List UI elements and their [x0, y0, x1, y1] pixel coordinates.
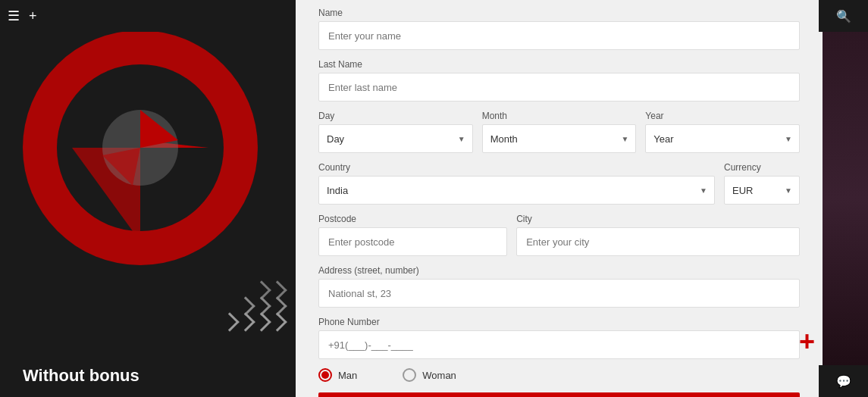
- address-field-group: Address (street, number): [318, 265, 800, 308]
- menu-icon[interactable]: ☰: [8, 8, 20, 24]
- address-label: Address (street, number): [318, 265, 800, 276]
- country-label: Country: [318, 162, 715, 173]
- brand-logo: [15, 23, 265, 273]
- name-label: Name: [318, 8, 800, 18]
- right-image-panel: [819, 0, 868, 397]
- year-select[interactable]: Year 200520001995199019851980: [645, 124, 800, 153]
- address-input[interactable]: [318, 279, 800, 308]
- gender-man-label: Man: [338, 370, 357, 381]
- postcode-label: Postcode: [318, 214, 507, 224]
- gender-row: Man Woman: [318, 368, 800, 382]
- currency-label: Currency: [724, 162, 800, 173]
- create-account-button[interactable]: Create Account: [318, 392, 800, 397]
- name-field-group: Name: [318, 8, 800, 50]
- name-input[interactable]: [318, 21, 800, 50]
- gender-woman-option[interactable]: Woman: [403, 368, 456, 382]
- day-group: Day Day 12345 1015202531 ▼: [318, 111, 473, 153]
- month-group: Month Month JanuaryFebruaryMarchApril Ma…: [482, 111, 637, 153]
- postcode-input[interactable]: [318, 227, 507, 256]
- top-nav-right: 🔍: [819, 0, 868, 32]
- chat-widget[interactable]: 💬: [819, 365, 868, 397]
- last-name-field-group: Last Name: [318, 59, 800, 102]
- country-group: Country India United States United Kingd…: [318, 162, 715, 205]
- tagline-text: Without bonus: [23, 366, 139, 386]
- registration-form: Name Last Name Day Day 12345 1015202531 …: [296, 0, 823, 397]
- day-label: Day: [318, 111, 473, 121]
- last-name-label: Last Name: [318, 59, 800, 70]
- last-name-input[interactable]: [318, 73, 800, 102]
- currency-group: Currency EUR USD GBP INR ▼: [724, 162, 800, 205]
- chevron-decoration: [223, 283, 284, 329]
- month-label: Month: [482, 111, 637, 121]
- city-input[interactable]: [516, 227, 800, 256]
- postcode-group: Postcode: [318, 214, 507, 256]
- left-background: Without bonus: [0, 0, 296, 397]
- phone-input[interactable]: [318, 330, 800, 359]
- country-select[interactable]: India United States United Kingdom Germa…: [318, 176, 715, 205]
- day-select[interactable]: Day 12345 1015202531: [318, 124, 473, 153]
- nav-plus-icon[interactable]: +: [29, 8, 37, 24]
- city-group: City: [516, 214, 800, 256]
- postcode-city-row: Postcode City: [318, 214, 800, 256]
- chat-icon: 💬: [836, 374, 851, 389]
- gender-woman-label: Woman: [422, 370, 456, 381]
- phone-label: Phone Number: [318, 317, 800, 327]
- month-select[interactable]: Month JanuaryFebruaryMarchApril MayJuneJ…: [482, 124, 637, 153]
- year-group: Year Year 200520001995199019851980 ▼: [645, 111, 800, 153]
- man-radio-circle: [318, 368, 332, 382]
- plus-decoration: +: [799, 328, 815, 355]
- phone-field-group: Phone Number: [318, 317, 800, 359]
- country-currency-row: Country India United States United Kingd…: [318, 162, 800, 205]
- woman-radio-circle: [403, 368, 416, 382]
- city-label: City: [516, 214, 800, 224]
- search-icon[interactable]: 🔍: [836, 9, 851, 23]
- gender-man-option[interactable]: Man: [318, 368, 357, 382]
- dob-row: Day Day 12345 1015202531 ▼ Month Month J…: [318, 111, 800, 153]
- currency-select[interactable]: EUR USD GBP INR: [724, 176, 800, 205]
- year-label: Year: [645, 111, 800, 121]
- top-nav-left: ☰ +: [0, 0, 296, 32]
